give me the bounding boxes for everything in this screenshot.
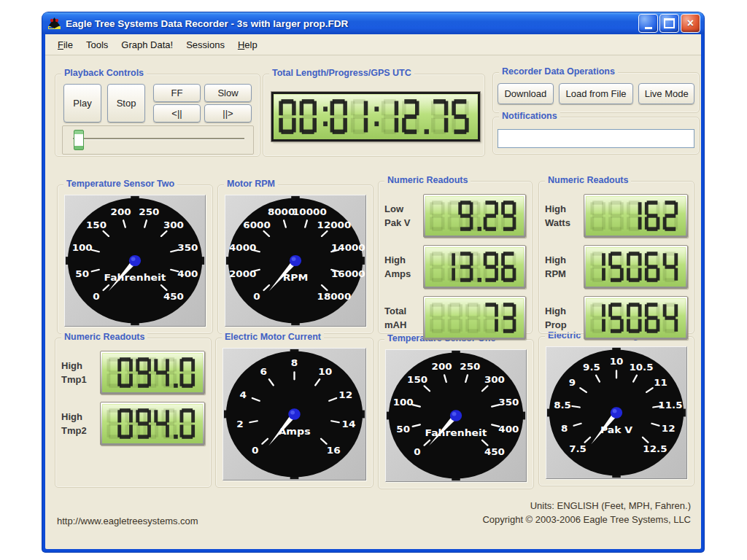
group-label: Playback Controls xyxy=(61,68,147,78)
footer-copyright: Copyright © 2003-2006 Eagle Tree Systems… xyxy=(482,514,691,525)
window-title: Eagle Tree Systems Data Recorder - 3s wi… xyxy=(61,18,638,29)
readout-row: Low Pak V xyxy=(384,194,526,238)
minimize-button[interactable] xyxy=(638,14,658,33)
minimize-icon xyxy=(645,27,652,29)
svg-text:300: 300 xyxy=(163,219,184,230)
svg-text:400: 400 xyxy=(498,424,519,435)
footer-url: http://www.eagletreesystems.com xyxy=(57,516,198,526)
svg-text:Fahrenheit: Fahrenheit xyxy=(104,273,166,283)
slider-thumb[interactable] xyxy=(74,130,84,150)
svg-text:250: 250 xyxy=(139,206,159,217)
readout-label: High RPM xyxy=(545,253,579,281)
lcd-display xyxy=(100,402,205,446)
temperature-sensor-one-group: Temperature Sensor One 05010015020025030… xyxy=(378,339,534,489)
gauge-temp1: 050100150200250300350400450Fahrenheit xyxy=(385,349,527,482)
menu-item-file[interactable]: File xyxy=(51,36,80,53)
svg-text:7.5: 7.5 xyxy=(569,444,587,455)
svg-text:16000: 16000 xyxy=(331,268,365,279)
svg-text:2: 2 xyxy=(236,419,243,429)
temperature-sensor-two-group: Temperature Sensor Two 05010015020025030… xyxy=(57,184,213,334)
lcd-display xyxy=(423,245,526,289)
fast-forward-button[interactable]: FF xyxy=(153,84,201,102)
client-area: Playback Controls Play Stop FF Slow <|| … xyxy=(45,55,701,549)
step-back-button[interactable]: <|| xyxy=(153,104,201,122)
playback-slider[interactable] xyxy=(62,125,254,155)
svg-text:0: 0 xyxy=(93,292,99,302)
load-from-file-button[interactable]: Load from File xyxy=(559,83,634,104)
menubar: FileToolsGraph Data!SessionsHelp xyxy=(45,34,701,55)
svg-text:12.5: 12.5 xyxy=(643,444,667,455)
svg-text:250: 250 xyxy=(460,361,480,372)
lcd-display xyxy=(423,194,526,238)
svg-text:Fahrenheit: Fahrenheit xyxy=(425,427,488,438)
menu-item-sessions[interactable]: Sessions xyxy=(179,36,231,53)
lcd-display xyxy=(100,351,205,394)
readout-row: High Watts xyxy=(545,194,688,238)
progress-group: Total Length/Progress/GPS UTC xyxy=(263,74,485,157)
readout-label: High Amps xyxy=(384,253,419,281)
svg-text:10000: 10000 xyxy=(293,206,327,217)
notifications-input[interactable] xyxy=(498,129,694,148)
download-button[interactable]: Download xyxy=(498,83,554,104)
window-body: FileToolsGraph Data!SessionsHelp Playbac… xyxy=(45,34,701,549)
group-label: Motor RPM xyxy=(224,179,278,189)
svg-text:10: 10 xyxy=(610,357,624,368)
lcd-display xyxy=(584,245,688,289)
svg-text:8.5: 8.5 xyxy=(554,400,571,411)
svg-text:50: 50 xyxy=(75,268,89,279)
svg-text:200: 200 xyxy=(111,206,131,217)
svg-text:400: 400 xyxy=(177,268,198,279)
footer-units: Units: ENGLISH (Feet, MPH, Fahren.) xyxy=(530,500,691,511)
gauge-temp2: 050100150200250300350400450Fahrenheit xyxy=(64,195,206,327)
svg-text:8000: 8000 xyxy=(268,206,295,217)
readout-label: High Tmp2 xyxy=(61,410,96,438)
svg-text:8: 8 xyxy=(291,358,298,368)
group-label: Total Length/Progress/GPS UTC xyxy=(269,68,414,78)
svg-text:16: 16 xyxy=(327,446,341,456)
app-window: Eagle Tree Systems Data Recorder - 3s wi… xyxy=(42,12,704,552)
numeric-readouts-group: Numeric ReadoutsHigh Tmp1 High Tmp2 xyxy=(55,338,212,488)
readout-row: High Prop xyxy=(545,296,688,340)
readout-label: High Tmp1 xyxy=(61,359,96,387)
svg-text:150: 150 xyxy=(86,219,107,230)
svg-text:6000: 6000 xyxy=(243,219,270,230)
slow-button[interactable]: Slow xyxy=(204,84,252,102)
menu-item-graph-data[interactable]: Graph Data! xyxy=(115,36,179,53)
readout-row: High Tmp1 xyxy=(61,351,205,394)
svg-text:0: 0 xyxy=(252,446,258,456)
maximize-icon xyxy=(664,18,675,28)
readout-row: Total mAH xyxy=(384,296,526,340)
group-label: Electric Motor Current xyxy=(222,332,324,342)
stop-button[interactable]: Stop xyxy=(107,84,145,122)
step-forward-button[interactable]: ||> xyxy=(204,104,252,122)
svg-text:0: 0 xyxy=(253,292,260,302)
svg-text:12: 12 xyxy=(662,424,676,435)
svg-text:0: 0 xyxy=(414,447,420,458)
electric-motor-current-group: Electric Motor Current 0246810121416Amps xyxy=(215,338,374,488)
svg-text:12: 12 xyxy=(338,389,352,400)
svg-text:4000: 4000 xyxy=(229,242,256,252)
slider-groove[interactable] xyxy=(73,138,244,140)
maximize-button[interactable] xyxy=(659,14,679,33)
motor-rpm-group: Motor RPM 020004000600080001000012000140… xyxy=(217,184,374,334)
svg-text:100: 100 xyxy=(72,242,93,252)
svg-text:11.5: 11.5 xyxy=(658,400,682,411)
svg-text:150: 150 xyxy=(407,374,427,385)
live-mode-button[interactable]: Live Mode xyxy=(638,83,694,104)
titlebar: Eagle Tree Systems Data Recorder - 3s wi… xyxy=(42,12,704,34)
group-label: Temperature Sensor Two xyxy=(63,179,177,189)
svg-text:100: 100 xyxy=(393,397,414,408)
svg-text:4: 4 xyxy=(239,389,246,400)
menu-item-help[interactable]: Help xyxy=(231,36,264,53)
playback-controls-group: Playback Controls Play Stop FF Slow <|| … xyxy=(55,74,260,157)
readout-row: High Tmp2 xyxy=(61,402,205,446)
menu-item-tools[interactable]: Tools xyxy=(80,36,115,53)
notifications-group: Notifications xyxy=(492,117,700,155)
readout-label: Total mAH xyxy=(384,304,419,332)
play-button[interactable]: Play xyxy=(63,84,101,122)
close-button[interactable]: × xyxy=(681,14,700,33)
readout-row: High Amps xyxy=(384,245,526,289)
svg-text:8: 8 xyxy=(561,424,568,435)
lcd-display xyxy=(584,296,688,340)
numeric-readouts-group: Numeric ReadoutsHigh Watts High RPM High… xyxy=(538,181,694,334)
